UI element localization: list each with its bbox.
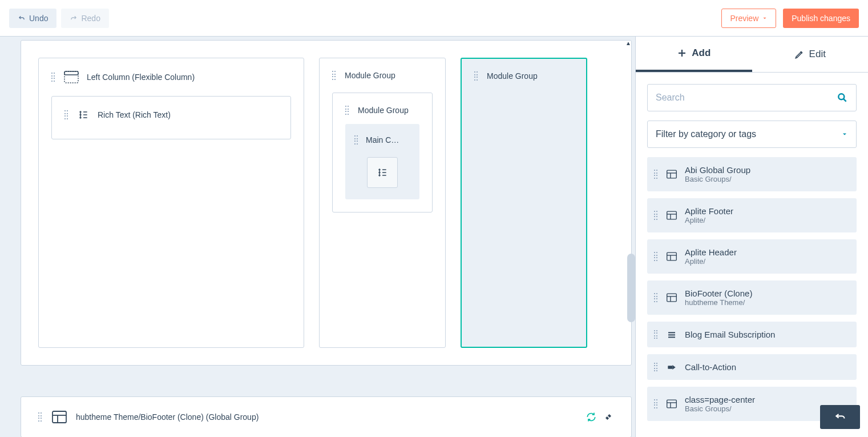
module-icon: [667, 293, 677, 302]
module-icon: [667, 330, 677, 339]
toolbar: Undo Redo Preview Publish changes: [0, 0, 868, 37]
svg-rect-23: [668, 336, 675, 338]
module-title: Blog Email Subscription: [685, 330, 775, 339]
drag-handle-icon[interactable]: [51, 73, 56, 82]
rich-text-module[interactable]: Rich Text (Rich Text): [51, 96, 291, 139]
svg-rect-18: [667, 294, 677, 302]
module-group-2-selected[interactable]: Module Group: [461, 58, 587, 348]
plus-icon: [677, 48, 687, 58]
drag-handle-icon[interactable]: [654, 170, 659, 179]
drag-handle-icon[interactable]: [38, 412, 43, 422]
module-group-1[interactable]: Module Group Module Group Main C…: [319, 58, 446, 348]
module-item[interactable]: BioFooter (Clone)hubtheme Theme/: [647, 280, 857, 315]
module-title: Aplite Footer: [685, 206, 733, 216]
undo-label: Undo: [29, 14, 48, 23]
toolbar-left: Undo Redo: [9, 9, 109, 28]
flexible-column-icon: [64, 71, 79, 83]
redo-button[interactable]: Redo: [61, 9, 108, 28]
rich-text-icon: [77, 109, 90, 121]
module-title: class=page-center: [685, 395, 755, 404]
tools-disabled-icon: [603, 411, 614, 423]
preview-button[interactable]: Preview: [721, 9, 776, 28]
redo-label: Redo: [81, 14, 100, 23]
drag-handle-icon[interactable]: [654, 363, 659, 372]
canvas-scrollbar[interactable]: [627, 254, 635, 322]
module-item[interactable]: Call-to-Action: [647, 354, 857, 380]
caret-down-icon: [762, 15, 768, 21]
right-panel: ▲ Add Edit Filter by category or tags Ab…: [635, 37, 868, 437]
toolbar-right: Preview Publish changes: [721, 9, 859, 28]
module-subtitle: Basic Groups/: [685, 175, 750, 183]
drag-handle-icon[interactable]: [474, 71, 479, 81]
panel-body: Filter by category or tags Abi Global Gr…: [636, 73, 868, 437]
svg-rect-2: [53, 411, 66, 423]
module-group-inner[interactable]: Module Group Main C…: [332, 93, 433, 213]
layout-card: Left Column (Flexible Column) Rich Text …: [21, 40, 632, 366]
module-title: BioFooter (Clone): [685, 288, 752, 298]
svg-point-7: [838, 94, 844, 99]
preview-label: Preview: [730, 14, 758, 23]
drag-handle-icon[interactable]: [354, 135, 359, 145]
module-title: Call-to-Action: [685, 362, 736, 372]
left-column[interactable]: Left Column (Flexible Column) Rich Text …: [38, 58, 304, 348]
drag-handle-icon[interactable]: [654, 330, 659, 339]
tab-edit-label: Edit: [809, 49, 826, 60]
module-item[interactable]: Abi Global GroupBasic Groups/: [647, 157, 857, 191]
module-group-inner-title: Module Group: [358, 106, 409, 115]
tab-add[interactable]: Add: [636, 37, 752, 72]
module-icon: [667, 252, 677, 261]
revert-button[interactable]: [820, 405, 860, 429]
tab-edit[interactable]: Edit: [752, 37, 869, 72]
undo-button[interactable]: Undo: [9, 9, 56, 28]
search-box[interactable]: [647, 84, 857, 111]
drag-handle-icon[interactable]: [345, 106, 350, 115]
drag-handle-icon[interactable]: [64, 110, 69, 119]
svg-rect-9: [667, 170, 677, 178]
module-icon: [667, 399, 677, 408]
rich-text-label: Rich Text (Rich Text): [98, 110, 171, 119]
section-divider: [21, 379, 632, 384]
sync-icon[interactable]: [586, 411, 597, 423]
module-item[interactable]: Blog Email Subscription: [647, 322, 857, 347]
tab-add-label: Add: [692, 47, 710, 59]
drag-handle-icon[interactable]: [332, 71, 337, 80]
module-subtitle: Aplite/: [685, 257, 737, 266]
svg-rect-15: [667, 252, 677, 260]
rich-text-icon: [376, 167, 389, 178]
filter-dropdown[interactable]: Filter by category or tags: [647, 121, 857, 148]
caret-down-icon: [841, 131, 848, 138]
module-item[interactable]: Aplite FooterAplite/: [647, 198, 857, 232]
rich-text-tile[interactable]: [367, 157, 398, 188]
module-group-1-title: Module Group: [345, 71, 395, 80]
publish-button[interactable]: Publish changes: [783, 9, 859, 28]
app-body: Left Column (Flexible Column) Rich Text …: [0, 37, 868, 437]
module-icon: [667, 170, 677, 179]
main-content-module[interactable]: Main C…: [345, 124, 419, 199]
main-content-label: Main C…: [366, 135, 399, 145]
svg-rect-21: [668, 332, 675, 333]
search-icon[interactable]: [837, 92, 848, 103]
canvas[interactable]: Left Column (Flexible Column) Rich Text …: [0, 37, 635, 437]
drag-handle-icon[interactable]: [654, 399, 659, 408]
scroll-up-arrow-icon[interactable]: ▲: [625, 40, 631, 46]
left-column-title: Left Column (Flexible Column): [87, 73, 195, 82]
pencil-icon: [794, 49, 805, 59]
search-input[interactable]: [656, 93, 837, 103]
drag-handle-icon[interactable]: [654, 293, 659, 302]
module-icon: [667, 211, 677, 220]
module-subtitle: hubtheme Theme/: [685, 298, 752, 307]
module-list: Abi Global GroupBasic Groups/Aplite Foot…: [647, 157, 857, 421]
module-subtitle: Basic Groups/: [685, 404, 755, 413]
panel-tabs: Add Edit: [636, 37, 868, 73]
filter-label: Filter by category or tags: [656, 129, 756, 139]
module-subtitle: Aplite/: [685, 216, 733, 224]
module-title: Abi Global Group: [685, 165, 750, 175]
drag-handle-icon[interactable]: [654, 211, 659, 220]
svg-rect-25: [667, 400, 677, 408]
module-item[interactable]: Aplite HeaderAplite/: [647, 239, 857, 274]
drag-handle-icon[interactable]: [654, 252, 659, 261]
undo-icon: [18, 14, 26, 22]
global-footer-label: hubtheme Theme/BioFooter (Clone) (Global…: [76, 412, 259, 422]
publish-label: Publish changes: [792, 14, 850, 23]
global-footer-row[interactable]: hubtheme Theme/BioFooter (Clone) (Global…: [21, 396, 632, 437]
